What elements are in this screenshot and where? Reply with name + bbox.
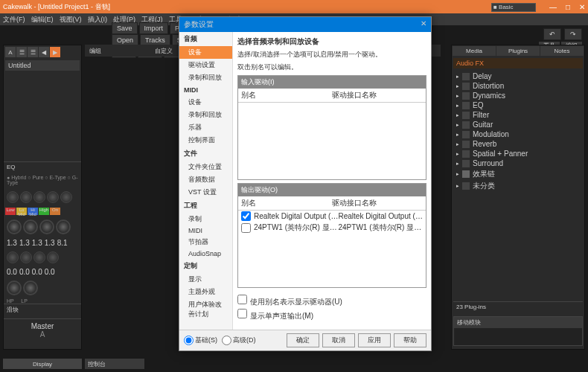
sidebar-item[interactable]: 用户体验改善计划 [179, 298, 232, 321]
freq-knob[interactable] [7, 251, 19, 263]
tab-media[interactable]: Media [453, 46, 496, 56]
show-mono-check[interactable]: 显示单声道输出(M) [237, 308, 426, 322]
audiofx-header[interactable]: Audio FX [453, 58, 583, 68]
gain-knob[interactable] [23, 219, 38, 234]
col-driver: 驱动接口名称 [332, 198, 423, 208]
fx-category[interactable]: Guitar [453, 120, 583, 129]
sidebar-item[interactable]: MIDI [179, 225, 232, 236]
save-button[interactable]: Save [112, 22, 138, 34]
sidebar-item[interactable]: 设备 [179, 96, 232, 109]
fx-category[interactable]: Surround [453, 158, 583, 168]
sidebar-item[interactable]: 节拍器 [179, 236, 232, 248]
fx-category[interactable]: Distortion [453, 81, 583, 91]
band-lomid[interactable]: Lo Mid [16, 208, 27, 215]
menu-item[interactable]: 插入(I) [88, 15, 108, 25]
freq-knob[interactable] [47, 251, 59, 263]
driver-row[interactable]: 24PTW1 (英特尔(R) 显示器音频)24PTW1 (英特尔(R) 显示器音… [238, 222, 426, 234]
gain-knob[interactable] [39, 219, 54, 234]
tab-d[interactable]: ◀ [39, 47, 49, 57]
fx-category[interactable]: 效果链 [453, 168, 583, 180]
fx-category[interactable]: Dynamics [453, 91, 583, 100]
eq-knob[interactable] [20, 191, 32, 203]
sidebar-item[interactable]: 音频数据 [179, 173, 232, 186]
ok-button[interactable]: 确定 [287, 333, 319, 347]
sidebar-item[interactable]: 显示 [179, 273, 232, 286]
fx-category[interactable]: Filter [453, 110, 583, 120]
dialog-sidebar: 音频设备驱动设置录制和回放MIDI设备录制和回放乐器控制界面文件文件夹位置音频数… [179, 32, 233, 330]
display-button[interactable]: Display [3, 359, 82, 369]
cancel-button[interactable]: 取消 [322, 333, 355, 347]
band-low[interactable]: Low [5, 208, 16, 215]
maximize-button[interactable]: □ [566, 3, 570, 11]
driver-check[interactable] [241, 223, 251, 233]
menu-item[interactable]: 视图(V) [60, 15, 82, 25]
eq-knob[interactable] [60, 191, 72, 203]
tab-c[interactable]: ☰ [28, 47, 38, 57]
dialog-close-icon[interactable]: ✕ [421, 19, 426, 30]
col-alias: 别名 [241, 90, 332, 100]
module-label: 移动模块 [454, 317, 582, 328]
sidebar-item[interactable]: VST 设置 [179, 186, 232, 199]
driver-check[interactable] [241, 211, 251, 221]
sidebar-item[interactable]: 录制 [179, 213, 232, 225]
menu-item[interactable]: 文件(F) [3, 15, 25, 25]
sidebar-item[interactable]: 控制界面 [179, 134, 232, 147]
import-button[interactable]: Import [139, 22, 169, 34]
eq-knob[interactable] [33, 191, 45, 203]
help-button[interactable]: 帮助 [394, 333, 426, 347]
tab-active[interactable]: ▶ [50, 47, 60, 57]
menu-item[interactable]: 编辑(E) [31, 15, 54, 25]
hp-knob[interactable] [7, 280, 22, 295]
eq-knob[interactable] [47, 191, 59, 203]
tab-a[interactable]: A [5, 47, 16, 57]
undo-icon[interactable]: ↶ [543, 28, 561, 40]
basic-radio[interactable]: 基础(S) [184, 336, 217, 345]
freq-knob[interactable] [20, 251, 32, 263]
track-name[interactable]: Untitled [5, 60, 80, 71]
sidebar-item[interactable]: 主题外观 [179, 286, 232, 298]
sidebar-item[interactable]: 录制和回放 [179, 109, 232, 121]
tab-notes[interactable]: Notes [540, 46, 584, 56]
freq-knob[interactable] [33, 251, 45, 263]
fx-category[interactable]: 未分类 [453, 180, 583, 192]
sidebar-item[interactable]: AudioSnap [179, 248, 232, 259]
band-on[interactable]: On [50, 208, 60, 215]
sidebar-item[interactable]: 乐器 [179, 121, 232, 134]
minimize-button[interactable]: — [549, 3, 557, 11]
redo-icon[interactable]: ↷ [564, 28, 582, 40]
tab-b[interactable]: ☰ [16, 47, 27, 57]
sidebar-category: 工程 [179, 199, 232, 213]
custom-label[interactable]: 自定义 [150, 47, 177, 55]
sidebar-item[interactable]: 驱动设置 [179, 59, 232, 71]
fx-category[interactable]: Spatial + Panner [453, 149, 583, 158]
advanced-radio[interactable]: 高级(D) [222, 336, 256, 345]
fx-category[interactable]: Reverb [453, 139, 583, 149]
sidebar-category: 音频 [179, 32, 232, 46]
sidebar-item[interactable]: 文件夹位置 [179, 161, 232, 173]
band-himid[interactable]: Hi Mid [28, 208, 38, 215]
close-button[interactable]: ✕ [579, 3, 585, 11]
eq-knob[interactable] [7, 191, 19, 203]
fx-category[interactable]: EQ [453, 100, 583, 110]
section-desc: 选择/取消选择一个选项可以启用/禁用一个驱动。 [237, 50, 426, 60]
tab-plugins[interactable]: Plugins [496, 46, 540, 56]
lp-knob[interactable] [23, 280, 38, 295]
col-driver: 驱动接口名称 [332, 90, 423, 100]
console-tab[interactable]: 控制台 [85, 359, 144, 369]
sidebar-item[interactable]: 设备 [179, 46, 232, 59]
sidebar-item[interactable]: 录制和回放 [179, 71, 232, 84]
plugin-count: 23 Plug-ins [453, 301, 583, 312]
apply-button[interactable]: 应用 [358, 333, 391, 347]
hybrid-mode[interactable]: ● Hybrid ○ Pure ○ E-Type ○ G-Type [4, 172, 81, 188]
group-label[interactable]: 编组 [85, 47, 106, 55]
use-alias-check[interactable]: 使用别名表示显示驱动器(U) [237, 294, 426, 308]
fx-category[interactable]: Modulation [453, 129, 583, 139]
output-drivers-panel: 输出驱动(O) 别名驱动接口名称 Realtek Digital Output … [237, 183, 426, 288]
col-alias: 别名 [241, 198, 332, 208]
gain-knob[interactable] [7, 219, 22, 234]
workspace-combo[interactable]: ■ Basic [491, 3, 536, 12]
band-high[interactable]: High [39, 208, 49, 215]
gain-knob[interactable] [56, 219, 71, 234]
driver-row[interactable]: Realtek Digital Output (Realtek(R) A...R… [238, 211, 426, 222]
fx-category[interactable]: Delay [453, 71, 583, 81]
